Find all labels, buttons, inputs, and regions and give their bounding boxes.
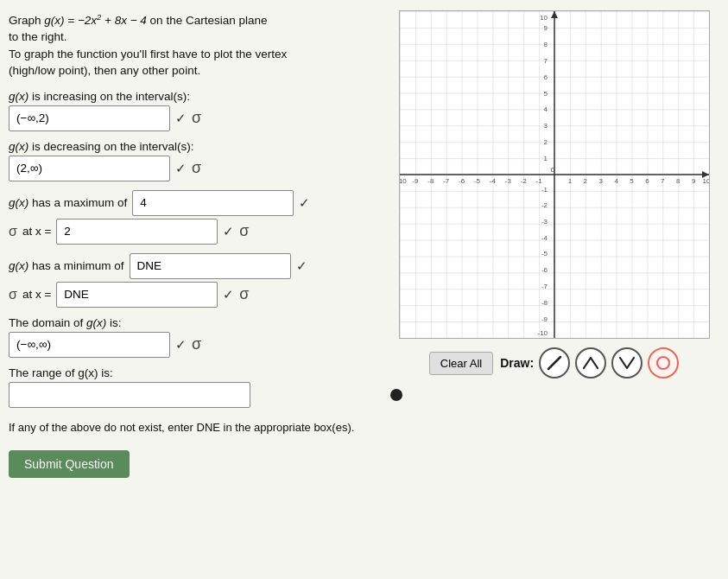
svg-text:-7: -7 [443,177,450,185]
desc-line4: (high/low point), then any other point. [9,64,200,77]
minimum-at-sigma[interactable]: σ [239,285,249,303]
desc-line3: To graph the function you'll first have … [9,48,287,60]
svg-text:2: 2 [543,138,548,146]
maximum-at-x-row: σ at x = ✓ σ [9,219,380,245]
right-panel: 0 -1 -2 -3 -4 -5 -6 -7 -8 -9 -10 1 2 3 4… [389,10,719,569]
desc-line2: to the right. [9,30,67,43]
maximum-at-label: at x = [22,225,51,238]
minimum-sigma[interactable]: σ [9,287,17,302]
clear-all-button[interactable]: Clear All [429,352,493,375]
domain-input[interactable] [9,332,170,358]
svg-point-49 [657,357,669,369]
draw-label: Draw: [500,356,534,370]
increasing-func: g(x) [9,90,28,103]
svg-text:5: 5 [630,177,634,185]
draw-tool-circle[interactable] [648,347,679,379]
svg-text:-8: -8 [541,299,548,307]
decreasing-sigma[interactable]: σ [192,159,201,177]
valley-icon [618,354,636,372]
domain-check[interactable]: ✓ [175,337,187,353]
svg-text:-2: -2 [541,201,548,209]
svg-text:-8: -8 [427,177,434,185]
svg-text:-1: -1 [541,186,548,194]
svg-text:-5: -5 [473,177,480,185]
maximum-group: g(x) has a maximum of ✓ σ at x = ✓ σ [9,190,380,245]
minimum-at-x-row: σ at x = ✓ σ [9,282,380,308]
minimum-row: g(x) has a minimum of ✓ [9,253,380,279]
minimum-at-label: at x = [22,288,51,301]
svg-text:-4: -4 [489,177,496,185]
decreasing-label: g(x) is decreasing on the interval(s): [9,140,380,153]
bullet-point [390,389,402,401]
svg-text:-2: -2 [520,177,527,185]
domain-group: The domain of g(x) is: ✓ σ [9,316,380,358]
decreasing-row: ✓ σ [9,156,380,181]
increasing-sigma[interactable]: σ [192,109,201,127]
maximum-input[interactable] [132,190,294,216]
range-row [9,382,380,408]
svg-text:9: 9 [691,177,695,185]
circle-icon [655,354,672,372]
svg-text:10: 10 [702,177,708,185]
svg-text:7: 7 [661,177,665,185]
draw-tool-peak[interactable] [575,347,606,379]
minimum-input[interactable] [130,253,291,279]
minimum-at-check[interactable]: ✓ [223,287,234,302]
submit-button[interactable]: Submit Question [9,450,130,478]
function-expression: g(x) = −2x2 + 8x − 4 [44,14,147,27]
main-container: Graph g(x) = −2x2 + 8x − 4 on the Cartes… [0,0,728,579]
svg-text:-6: -6 [459,177,465,185]
svg-text:6: 6 [543,73,548,81]
range-label: The range of g(x) is: [9,366,380,379]
svg-text:10: 10 [540,14,548,22]
draw-toolbar: Clear All Draw: [429,347,679,379]
increasing-label: g(x) is increasing on the interval(s): [9,90,380,103]
increasing-check[interactable]: ✓ [175,111,187,126]
minimum-group: g(x) has a minimum of ✓ σ at x = ✓ σ [9,253,380,308]
domain-label: The domain of g(x) is: [9,316,380,329]
range-input[interactable] [9,382,250,408]
desc-line1: Graph g(x) = −2x2 + 8x − 4 on the Cartes… [9,14,267,27]
draw-tool-valley[interactable] [611,347,643,379]
maximum-at-check[interactable]: ✓ [223,224,234,239]
maximum-check[interactable]: ✓ [299,195,310,211]
svg-text:1: 1 [567,177,572,185]
svg-text:-10: -10 [400,177,407,185]
svg-text:-6: -6 [541,266,548,274]
graph-area[interactable]: 0 -1 -2 -3 -4 -5 -6 -7 -8 -9 -10 1 2 3 4… [399,10,710,339]
peak-icon [582,354,599,372]
increasing-input[interactable] [9,105,170,131]
maximum-at-input[interactable] [56,219,218,245]
svg-text:-3: -3 [504,177,511,185]
svg-text:4: 4 [543,105,548,113]
line-icon [546,354,563,372]
svg-text:-9: -9 [412,177,419,185]
svg-text:8: 8 [675,177,680,185]
domain-sigma[interactable]: σ [192,335,201,353]
svg-text:7: 7 [543,57,548,65]
maximum-row: g(x) has a maximum of ✓ [9,190,380,216]
decreasing-group: g(x) is decreasing on the interval(s): ✓… [9,140,380,181]
svg-line-48 [548,357,560,369]
maximum-label: g(x) has a maximum of [9,196,127,209]
minimum-check[interactable]: ✓ [296,258,307,274]
svg-text:1: 1 [543,155,548,162]
problem-description: Graph g(x) = −2x2 + 8x − 4 on the Cartes… [9,10,380,80]
increasing-row: ✓ σ [9,105,380,131]
decreasing-input[interactable] [9,156,170,181]
maximum-sigma[interactable]: σ [9,224,17,239]
decreasing-check[interactable]: ✓ [175,161,187,176]
svg-text:6: 6 [645,177,649,185]
svg-text:5: 5 [543,90,548,98]
minimum-label: g(x) has a minimum of [9,259,124,272]
minimum-at-input[interactable] [56,282,218,308]
draw-tool-line[interactable] [539,347,570,379]
svg-text:-7: -7 [541,283,548,290]
domain-row: ✓ σ [9,332,380,358]
graph-svg: 0 -1 -2 -3 -4 -5 -6 -7 -8 -9 -10 1 2 3 4… [400,11,709,338]
left-panel: Graph g(x) = −2x2 + 8x − 4 on the Cartes… [9,10,380,569]
maximum-at-sigma[interactable]: σ [239,222,249,240]
svg-text:4: 4 [614,177,618,185]
svg-text:-1: -1 [535,177,542,185]
svg-text:8: 8 [543,41,548,48]
